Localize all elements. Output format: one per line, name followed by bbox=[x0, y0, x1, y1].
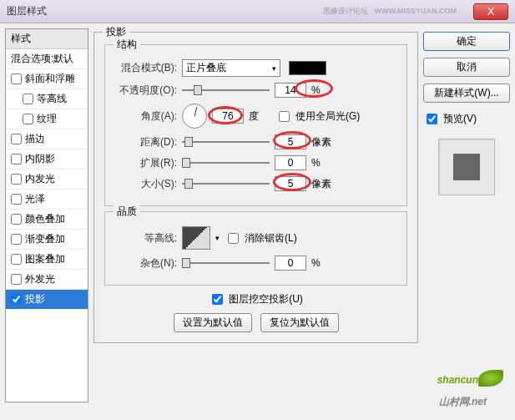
check-bevel[interactable] bbox=[11, 73, 22, 84]
noise-slider[interactable] bbox=[182, 262, 270, 264]
styles-list: 样式 混合选项:默认 斜面和浮雕 等高线 纹理 描边 内阴影 内发光 光泽 颜色… bbox=[5, 28, 88, 402]
global-light-check[interactable]: 使用全局光(G) bbox=[275, 109, 360, 124]
spread-input[interactable]: 0 bbox=[275, 155, 306, 170]
check-dropshadow[interactable] bbox=[11, 294, 22, 305]
spread-slider[interactable] bbox=[182, 162, 270, 164]
site-logo: shancun 山村网.net bbox=[437, 367, 503, 410]
distance-input[interactable]: 5 bbox=[275, 134, 306, 149]
list-item[interactable]: 纹理 bbox=[6, 109, 88, 129]
noise-label: 杂色(N): bbox=[114, 256, 177, 271]
angle-label: 角度(A): bbox=[114, 109, 177, 124]
distance-slider[interactable] bbox=[182, 141, 270, 143]
list-item[interactable]: 内阴影 bbox=[6, 149, 88, 170]
noise-input[interactable]: 0 bbox=[275, 256, 306, 271]
check-stroke[interactable] bbox=[11, 134, 22, 144]
size-label: 大小(S): bbox=[114, 177, 177, 191]
ok-button[interactable]: 确定 bbox=[423, 32, 510, 51]
styles-header: 样式 bbox=[6, 29, 88, 49]
check-gradientoverlay[interactable] bbox=[11, 234, 22, 245]
angle-input[interactable]: 76 bbox=[212, 109, 244, 124]
blend-mode-combo[interactable]: 正片叠底▾ bbox=[182, 59, 280, 77]
settings-panel: 投影 结构 混合模式(B): 正片叠底▾ 不透明度(O): 14 % 角度(A)… bbox=[93, 28, 418, 402]
chevron-down-icon[interactable]: ▾ bbox=[215, 234, 220, 242]
list-item[interactable]: 光泽 bbox=[6, 190, 88, 210]
check-coloroverlay[interactable] bbox=[11, 214, 22, 225]
leaf-icon bbox=[478, 370, 503, 387]
check-innershadow[interactable] bbox=[11, 154, 22, 164]
chevron-down-icon: ▾ bbox=[272, 64, 276, 73]
check-innerglow[interactable] bbox=[11, 174, 22, 185]
close-button[interactable]: X bbox=[473, 3, 508, 20]
list-item-dropshadow[interactable]: 投影 bbox=[6, 290, 88, 310]
check-satin[interactable] bbox=[11, 194, 22, 205]
list-item[interactable]: 颜色叠加 bbox=[6, 210, 88, 230]
list-item[interactable]: 渐变叠加 bbox=[6, 230, 88, 250]
check-patternoverlay[interactable] bbox=[11, 254, 22, 265]
list-item[interactable]: 描边 bbox=[6, 129, 88, 149]
blend-mode-label: 混合模式(B): bbox=[114, 61, 177, 75]
check-contour[interactable] bbox=[23, 94, 33, 104]
antialias-check[interactable]: 消除锯齿(L) bbox=[225, 230, 297, 246]
reset-default-button[interactable]: 复位为默认值 bbox=[260, 313, 339, 332]
list-item[interactable]: 等高线 bbox=[6, 89, 88, 109]
opacity-slider[interactable] bbox=[182, 89, 270, 91]
watermark: 思缘设计论坛 WWW.MISSYUAN.COM bbox=[320, 3, 457, 17]
structure-group: 结构 混合模式(B): 正片叠底▾ 不透明度(O): 14 % 角度(A): 7… bbox=[104, 44, 407, 206]
size-slider[interactable] bbox=[182, 183, 270, 185]
knockout-check[interactable]: 图层挖空投影(U) bbox=[209, 291, 303, 307]
new-style-button[interactable]: 新建样式(W)... bbox=[423, 83, 510, 103]
list-item[interactable]: 外发光 bbox=[6, 270, 88, 290]
contour-label: 等高线: bbox=[114, 231, 177, 245]
preview-box bbox=[438, 139, 495, 195]
list-item[interactable]: 图案叠加 bbox=[6, 250, 88, 270]
cancel-button[interactable]: 取消 bbox=[423, 58, 510, 77]
dropshadow-fieldset: 投影 结构 混合模式(B): 正片叠底▾ 不透明度(O): 14 % 角度(A)… bbox=[93, 32, 418, 343]
check-outerglow[interactable] bbox=[11, 274, 22, 285]
right-buttons: 确定 取消 新建样式(W)... 预览(V) bbox=[423, 28, 510, 402]
distance-label: 距离(D): bbox=[114, 135, 177, 149]
preview-check[interactable]: 预览(V) bbox=[423, 111, 510, 127]
check-texture[interactable] bbox=[23, 114, 33, 124]
opacity-label: 不透明度(O): bbox=[114, 83, 177, 98]
list-item[interactable]: 内发光 bbox=[6, 170, 88, 190]
spread-label: 扩展(R): bbox=[114, 156, 177, 170]
color-swatch[interactable] bbox=[289, 61, 326, 75]
preview-swatch bbox=[453, 154, 480, 180]
quality-group: 品质 等高线: ▾ 消除锯齿(L) 杂色(N): 0 % bbox=[104, 211, 407, 286]
list-item[interactable]: 斜面和浮雕 bbox=[6, 69, 88, 89]
set-default-button[interactable]: 设置为默认值 bbox=[174, 313, 252, 332]
size-input[interactable]: 5 bbox=[275, 176, 306, 191]
angle-dial[interactable] bbox=[182, 104, 207, 129]
contour-picker[interactable] bbox=[182, 226, 210, 250]
blend-options-item[interactable]: 混合选项:默认 bbox=[6, 49, 88, 69]
opacity-input[interactable]: 14 bbox=[275, 83, 306, 98]
